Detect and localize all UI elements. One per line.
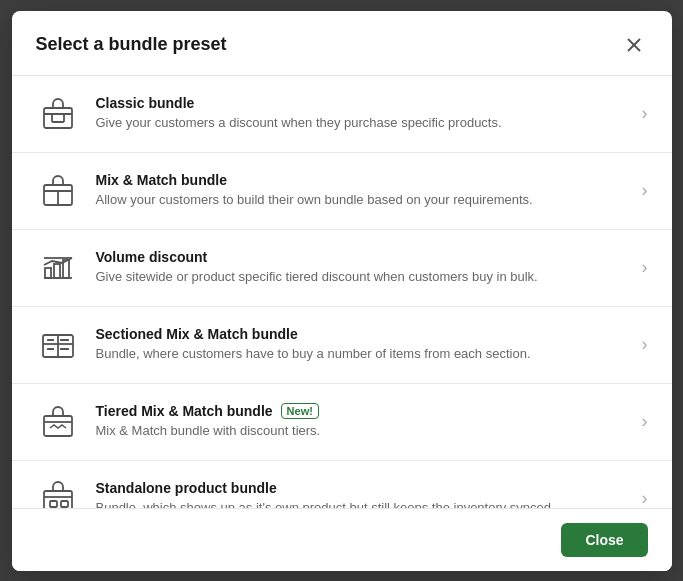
tiered-mix-match-icon: [36, 400, 80, 444]
bundle-item-mix-match[interactable]: Mix & Match bundle Allow your customers …: [12, 153, 672, 230]
svg-rect-16: [60, 339, 69, 341]
new-badge: New!: [281, 403, 319, 419]
sectioned-mix-match-chevron: ›: [642, 334, 648, 355]
svg-rect-21: [50, 501, 57, 507]
svg-rect-17: [47, 348, 54, 350]
modal-close-x-button[interactable]: [620, 31, 648, 59]
svg-rect-22: [61, 501, 68, 507]
classic-bundle-name: Classic bundle: [96, 95, 634, 111]
classic-bundle-text: Classic bundle Give your customers a dis…: [96, 95, 634, 132]
mix-match-bundle-text: Mix & Match bundle Allow your customers …: [96, 172, 634, 209]
svg-rect-18: [60, 348, 69, 350]
classic-bundle-icon: [36, 92, 80, 136]
volume-discount-icon: [36, 246, 80, 290]
volume-discount-name: Volume discount: [96, 249, 634, 265]
bundle-item-standalone[interactable]: Standalone product bundle Bundle, which …: [12, 461, 672, 508]
standalone-bundle-desc: Bundle, which shows up as it's own produ…: [96, 499, 634, 508]
mix-match-bundle-icon: [36, 169, 80, 213]
classic-bundle-chevron: ›: [642, 103, 648, 124]
modal-footer: Close: [12, 508, 672, 571]
sectioned-mix-match-text: Sectioned Mix & Match bundle Bundle, whe…: [96, 326, 634, 363]
sectioned-mix-match-desc: Bundle, where customers have to buy a nu…: [96, 345, 634, 363]
modal-overlay: Select a bundle preset: [0, 0, 683, 581]
volume-discount-desc: Give sitewide or product specific tiered…: [96, 268, 634, 286]
close-button[interactable]: Close: [561, 523, 647, 557]
bundle-item-tiered-mix-match[interactable]: Tiered Mix & Match bundle New! Mix & Mat…: [12, 384, 672, 461]
svg-rect-9: [54, 264, 60, 278]
standalone-bundle-chevron: ›: [642, 488, 648, 508]
standalone-bundle-icon: [36, 477, 80, 508]
tiered-mix-match-name: Tiered Mix & Match bundle New!: [96, 403, 634, 419]
close-icon: [624, 35, 644, 55]
tiered-mix-match-desc: Mix & Match bundle with discount tiers.: [96, 422, 634, 440]
bundle-item-classic[interactable]: Classic bundle Give your customers a dis…: [12, 76, 672, 153]
bundle-item-volume-discount[interactable]: Volume discount Give sitewide or product…: [12, 230, 672, 307]
modal-title: Select a bundle preset: [36, 34, 227, 55]
svg-rect-2: [44, 108, 72, 128]
svg-rect-15: [47, 339, 54, 341]
tiered-mix-match-chevron: ›: [642, 411, 648, 432]
standalone-bundle-text: Standalone product bundle Bundle, which …: [96, 480, 634, 508]
modal-dialog: Select a bundle preset: [12, 11, 672, 571]
sectioned-mix-match-icon: [36, 323, 80, 367]
mix-match-bundle-chevron: ›: [642, 180, 648, 201]
classic-bundle-desc: Give your customers a discount when they…: [96, 114, 634, 132]
svg-rect-3: [52, 114, 64, 122]
standalone-bundle-name: Standalone product bundle: [96, 480, 634, 496]
bundle-item-sectioned-mix-match[interactable]: Sectioned Mix & Match bundle Bundle, whe…: [12, 307, 672, 384]
tiered-mix-match-text: Tiered Mix & Match bundle New! Mix & Mat…: [96, 403, 634, 440]
sectioned-mix-match-name: Sectioned Mix & Match bundle: [96, 326, 634, 342]
svg-rect-8: [45, 268, 51, 278]
volume-discount-chevron: ›: [642, 257, 648, 278]
volume-discount-text: Volume discount Give sitewide or product…: [96, 249, 634, 286]
svg-rect-19: [44, 416, 72, 436]
modal-header: Select a bundle preset: [12, 11, 672, 76]
mix-match-bundle-desc: Allow your customers to build their own …: [96, 191, 634, 209]
bundle-list: Classic bundle Give your customers a dis…: [12, 76, 672, 508]
mix-match-bundle-name: Mix & Match bundle: [96, 172, 634, 188]
